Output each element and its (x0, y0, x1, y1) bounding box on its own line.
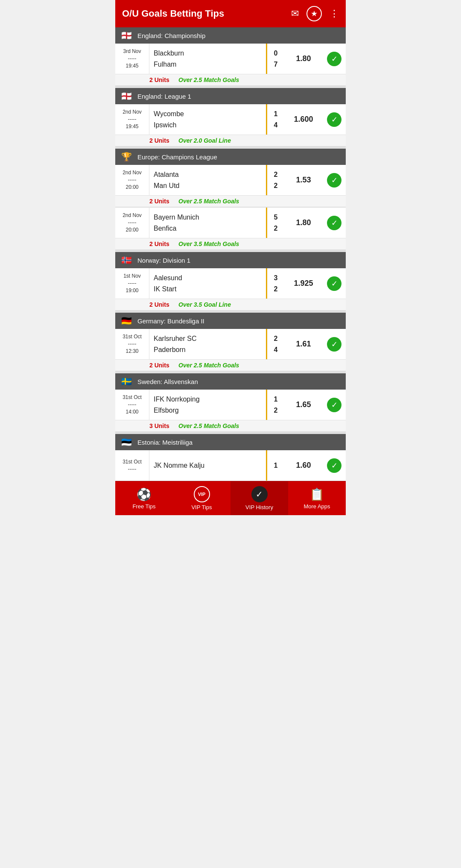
score2: 2 (274, 405, 278, 416)
tip-row: 2 Units Over 3.5 Match Goals (115, 238, 346, 250)
match-row: 31st Oct-----14:00 IFK Norrkoping Elfsbo… (115, 390, 346, 420)
league-name: England: Championship (137, 32, 205, 39)
league-flag: 🏴󠁧󠁢󠁥󠁮󠁧󠁿 (120, 91, 133, 101)
nav-vip-history[interactable]: ✓ VIP History (230, 481, 288, 515)
match-row: 3rd Nov-----19:45 Blackburn Fulham 0 7 1… (115, 44, 346, 74)
score1: 5 (274, 212, 278, 223)
league-header: 🏴󠁧󠁢󠁥󠁮󠁧󠁿 England: League 1 (115, 88, 346, 104)
mail-icon[interactable]: ✉ (291, 8, 299, 19)
nav-free-tips[interactable]: ⚽ Free Tips (115, 481, 173, 515)
win-icon: ✓ (327, 216, 341, 230)
tip-text: Over 2.5 Match Goals (178, 422, 239, 429)
match-teams: Wycombe Ipswich (149, 104, 267, 135)
win-icon: ✓ (327, 112, 341, 127)
tip-text: Over 2.5 Match Goals (178, 76, 239, 83)
match-teams: Bayern Munich Benfica (149, 208, 267, 238)
win-icon: ✓ (327, 173, 341, 188)
tip-text: Over 2.0 Goal Line (178, 137, 231, 144)
win-icon: ✓ (327, 398, 341, 412)
tip-text: Over 3.5 Goal Line (178, 301, 231, 308)
match-odds: 1.80 (284, 44, 323, 74)
tip-text: Over 2.5 Match Goals (178, 362, 239, 369)
team2: Fulham (154, 59, 262, 70)
more-icon[interactable]: ⋮ (330, 8, 339, 19)
match-date: 2nd Nov-----19:45 (115, 104, 149, 135)
match-score: 1 4 (267, 104, 284, 135)
match-date: 31st Oct-----14:00 (115, 390, 149, 420)
match-row: 1st Nov-----19:00 Aalesund IK Start 3 2 … (115, 268, 346, 299)
vip-history-icon: ✓ (251, 486, 268, 502)
match-odds: 1.60 (284, 450, 323, 481)
match-teams: JK Nomme Kalju (149, 450, 267, 481)
nav-vip-history-label: VIP History (245, 504, 273, 510)
team1: Blackburn (154, 48, 262, 59)
match-result: ✓ (323, 450, 346, 481)
match-score: 1 (267, 450, 284, 481)
match-result: ✓ (323, 104, 346, 135)
tip-text: Over 2.5 Match Goals (178, 198, 239, 205)
tip-row: 2 Units Over 2.5 Match Goals (115, 196, 346, 208)
team1: Karlsruher SC (154, 333, 262, 344)
tip-text: Over 3.5 Match Goals (178, 240, 239, 247)
league-flag: 🏴󠁧󠁢󠁥󠁮󠁧󠁿 (120, 30, 133, 41)
bottom-nav: ⚽ Free Tips VIP VIP Tips ✓ VIP History 📋… (115, 481, 346, 515)
match-teams: IFK Norrkoping Elfsborg (149, 390, 267, 420)
match-date: 3rd Nov-----19:45 (115, 44, 149, 74)
star-icon[interactable]: ★ (306, 6, 322, 21)
league-header: 🏆 Europe: Champions League (115, 149, 346, 165)
tip-row: 2 Units Over 2.5 Match Goals (115, 360, 346, 372)
match-date: 2nd Nov-----20:00 (115, 208, 149, 238)
team2: Ipswich (154, 120, 262, 131)
score1: 2 (274, 169, 278, 180)
match-score: 1 2 (267, 390, 284, 420)
nav-more-apps-label: More Apps (303, 503, 330, 510)
league-flag: 🇩🇪 (120, 316, 133, 326)
match-result: ✓ (323, 329, 346, 359)
match-odds: 1.600 (284, 104, 323, 135)
match-date: 1st Nov-----19:00 (115, 268, 149, 299)
league-name: Sweden: Allsvenskan (137, 378, 198, 385)
score2: 2 (274, 284, 278, 295)
league-name: England: League 1 (137, 93, 191, 100)
nav-free-tips-label: Free Tips (132, 503, 155, 510)
tip-units: 2 Units (149, 198, 175, 205)
league-header: 🇳🇴 Norway: Division 1 (115, 252, 346, 268)
match-result: ✓ (323, 208, 346, 238)
nav-vip-tips[interactable]: VIP VIP Tips (173, 481, 230, 515)
league-header: 🇩🇪 Germany: Bundesliga II (115, 313, 346, 329)
score1: 1 (274, 394, 278, 405)
win-icon: ✓ (327, 458, 341, 473)
tip-units: 3 Units (149, 422, 175, 429)
tip-units: 2 Units (149, 76, 175, 83)
content-area: 🏴󠁧󠁢󠁥󠁮󠁧󠁿 England: Championship 3rd Nov---… (115, 27, 346, 481)
vip-tips-icon: VIP (194, 486, 210, 502)
league-name: Norway: Division 1 (137, 257, 190, 264)
league-header: 🇪🇪 Estonia: Meistriliiga (115, 434, 346, 450)
match-row: 2nd Nov-----20:00 Atalanta Man Utd 2 2 1… (115, 165, 346, 196)
more-apps-icon: 📋 (309, 487, 324, 501)
match-teams: Aalesund IK Start (149, 268, 267, 299)
score1: 1 (274, 460, 278, 471)
score2: 2 (274, 180, 278, 191)
score2: 2 (274, 223, 278, 234)
score1: 2 (274, 333, 278, 344)
league-flag: 🏆 (120, 152, 133, 162)
match-result: ✓ (323, 44, 346, 74)
win-icon: ✓ (327, 276, 341, 291)
match-score: 3 2 (267, 268, 284, 299)
league-name: Germany: Bundesliga II (137, 317, 204, 325)
score1: 1 (274, 108, 278, 120)
team1: IFK Norrkoping (154, 394, 262, 405)
match-score: 0 7 (267, 44, 284, 74)
win-icon: ✓ (327, 337, 341, 352)
match-result: ✓ (323, 165, 346, 195)
team2: Benfica (154, 223, 262, 234)
score1: 3 (274, 273, 278, 284)
nav-more-apps[interactable]: 📋 More Apps (288, 481, 346, 515)
match-teams: Karlsruher SC Paderborn (149, 329, 267, 359)
match-odds: 1.61 (284, 329, 323, 359)
match-row: 2nd Nov-----20:00 Bayern Munich Benfica … (115, 208, 346, 238)
team2: Elfsborg (154, 405, 262, 416)
league-flag: 🇸🇪 (120, 376, 133, 387)
match-date: 31st Oct-----12:30 (115, 329, 149, 359)
